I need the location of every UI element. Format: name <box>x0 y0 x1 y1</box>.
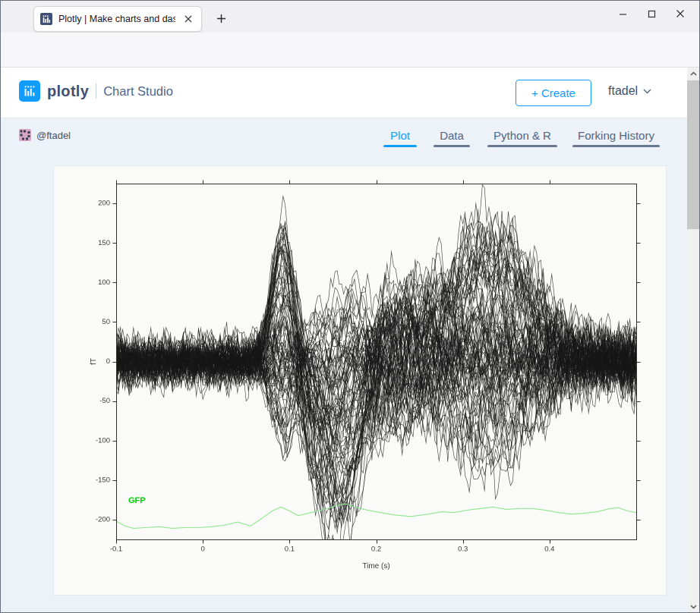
chevron-down-icon <box>643 89 651 94</box>
chart-card <box>54 166 666 595</box>
profile-handle: @ftadel <box>36 130 71 141</box>
tab-data-label: Data <box>440 129 464 142</box>
tab-data-underline <box>434 145 470 147</box>
tab-close-icon[interactable] <box>181 12 195 26</box>
plotly-logo-icon <box>19 80 40 102</box>
tab-strip: Plotly | Make charts and dashbo <box>1 1 699 33</box>
user-menu[interactable]: ftadel <box>608 84 651 98</box>
scrollbar-thumb[interactable] <box>687 80 700 229</box>
scroll-down-icon[interactable] <box>687 601 700 613</box>
navigation-toolbar: https://chart-studio.plotly.com/~ftadel/… <box>1 33 699 68</box>
product-name: Chart Studio <box>103 84 173 99</box>
profile-link[interactable]: @ftadel <box>19 129 71 141</box>
tab-plot-underline <box>383 145 417 147</box>
create-button[interactable]: + Create <box>516 80 591 106</box>
tab-forking-history-label: Forking History <box>578 129 654 142</box>
tab-data[interactable]: Data <box>434 129 470 147</box>
tab-python-r[interactable]: Python & R <box>487 129 557 147</box>
tab-forking-history-underline <box>572 145 660 147</box>
site-header: plotly Chart Studio + Create ftadel <box>1 68 687 118</box>
close-window-button[interactable] <box>666 2 695 25</box>
tab-python-r-label: Python & R <box>493 129 551 142</box>
avatar <box>19 129 31 141</box>
new-tab-button[interactable] <box>210 8 232 29</box>
logo-wordmark: plotly <box>47 83 89 100</box>
window-controls <box>608 2 695 25</box>
tab-forking-history[interactable]: Forking History <box>572 129 660 147</box>
logo-divider <box>96 83 96 99</box>
tab-plot-label: Plot <box>390 129 410 142</box>
browser-tab[interactable]: Plotly | Make charts and dashbo <box>33 6 202 32</box>
tab-plot[interactable]: Plot <box>383 129 417 147</box>
browser-window: Plotly | Make charts and dashbo <box>0 0 700 613</box>
plotly-logo[interactable]: plotly Chart Studio <box>19 80 173 102</box>
tab-title: Plotly | Make charts and dashbo <box>58 14 175 24</box>
scroll-up-icon[interactable] <box>687 68 700 80</box>
vertical-scrollbar[interactable] <box>687 68 700 613</box>
meg-butterfly-chart[interactable] <box>54 166 666 595</box>
plotly-favicon-icon <box>40 13 52 25</box>
page-content: plotly Chart Studio + Create ftadel @fta… <box>1 68 687 613</box>
minimize-button[interactable] <box>608 2 637 25</box>
maximize-button[interactable] <box>637 2 666 25</box>
tab-python-r-underline <box>487 145 557 147</box>
username: ftadel <box>608 84 638 98</box>
